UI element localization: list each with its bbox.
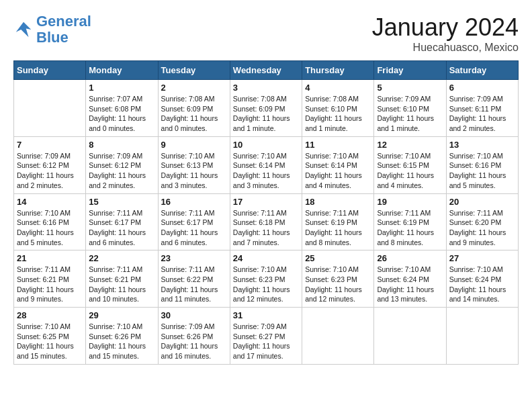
day-info: Sunrise: 7:10 AM Sunset: 6:14 PM Dayligh… bbox=[305, 151, 371, 191]
day-number: 11 bbox=[305, 140, 371, 150]
calendar-cell: 5Sunrise: 7:09 AM Sunset: 6:10 PM Daylig… bbox=[374, 80, 446, 137]
calendar-cell: 2Sunrise: 7:08 AM Sunset: 6:09 PM Daylig… bbox=[158, 80, 230, 137]
weekday-header-cell: Wednesday bbox=[230, 61, 302, 80]
day-number: 12 bbox=[377, 140, 443, 150]
day-info: Sunrise: 7:09 AM Sunset: 6:12 PM Dayligh… bbox=[89, 151, 154, 191]
calendar-week-row: 21Sunrise: 7:11 AM Sunset: 6:21 PM Dayli… bbox=[14, 250, 519, 308]
day-info: Sunrise: 7:10 AM Sunset: 6:13 PM Dayligh… bbox=[161, 151, 227, 191]
calendar-cell: 26Sunrise: 7:10 AM Sunset: 6:24 PM Dayli… bbox=[374, 250, 446, 308]
day-number: 6 bbox=[449, 83, 515, 93]
day-info: Sunrise: 7:11 AM Sunset: 6:22 PM Dayligh… bbox=[161, 265, 227, 304]
day-number: 25 bbox=[305, 253, 371, 263]
day-number: 16 bbox=[161, 197, 227, 207]
day-number: 20 bbox=[449, 197, 515, 207]
calendar-cell: 22Sunrise: 7:11 AM Sunset: 6:21 PM Dayli… bbox=[86, 250, 158, 308]
day-number: 9 bbox=[161, 140, 227, 150]
day-number: 18 bbox=[305, 197, 371, 207]
page-header: General Blue January 2024 Huecahuasco, M… bbox=[13, 13, 519, 54]
day-info: Sunrise: 7:11 AM Sunset: 6:19 PM Dayligh… bbox=[305, 208, 371, 248]
calendar-cell: 15Sunrise: 7:11 AM Sunset: 6:17 PM Dayli… bbox=[86, 193, 158, 250]
calendar-cell: 16Sunrise: 7:11 AM Sunset: 6:17 PM Dayli… bbox=[158, 193, 230, 250]
day-info: Sunrise: 7:10 AM Sunset: 6:16 PM Dayligh… bbox=[17, 208, 83, 248]
day-info: Sunrise: 7:09 AM Sunset: 6:27 PM Dayligh… bbox=[233, 322, 299, 361]
day-info: Sunrise: 7:09 AM Sunset: 6:12 PM Dayligh… bbox=[17, 151, 83, 191]
day-number: 22 bbox=[89, 253, 154, 263]
day-info: Sunrise: 7:10 AM Sunset: 6:23 PM Dayligh… bbox=[305, 265, 371, 304]
day-number: 21 bbox=[17, 253, 83, 263]
calendar-cell: 23Sunrise: 7:11 AM Sunset: 6:22 PM Dayli… bbox=[158, 250, 230, 308]
calendar-cell: 10Sunrise: 7:10 AM Sunset: 6:14 PM Dayli… bbox=[230, 136, 302, 193]
day-info: Sunrise: 7:10 AM Sunset: 6:14 PM Dayligh… bbox=[233, 151, 299, 191]
day-number: 4 bbox=[305, 83, 371, 93]
calendar-cell bbox=[374, 308, 446, 365]
day-number: 30 bbox=[161, 310, 227, 320]
day-info: Sunrise: 7:08 AM Sunset: 6:10 PM Dayligh… bbox=[305, 94, 371, 134]
day-info: Sunrise: 7:11 AM Sunset: 6:21 PM Dayligh… bbox=[89, 265, 154, 304]
day-number: 8 bbox=[89, 140, 154, 150]
calendar-cell: 8Sunrise: 7:09 AM Sunset: 6:12 PM Daylig… bbox=[86, 136, 158, 193]
weekday-header-cell: Sunday bbox=[14, 61, 86, 80]
day-info: Sunrise: 7:11 AM Sunset: 6:20 PM Dayligh… bbox=[449, 208, 515, 248]
day-number: 5 bbox=[377, 83, 443, 93]
day-info: Sunrise: 7:10 AM Sunset: 6:25 PM Dayligh… bbox=[17, 322, 83, 361]
calendar-cell: 1Sunrise: 7:07 AM Sunset: 6:08 PM Daylig… bbox=[86, 80, 158, 137]
calendar-cell: 19Sunrise: 7:11 AM Sunset: 6:19 PM Dayli… bbox=[374, 193, 446, 250]
calendar-cell: 7Sunrise: 7:09 AM Sunset: 6:12 PM Daylig… bbox=[14, 136, 86, 193]
day-info: Sunrise: 7:07 AM Sunset: 6:08 PM Dayligh… bbox=[89, 94, 154, 134]
calendar-week-row: 1Sunrise: 7:07 AM Sunset: 6:08 PM Daylig… bbox=[14, 80, 519, 137]
day-number: 3 bbox=[233, 83, 299, 93]
day-number: 14 bbox=[17, 197, 83, 207]
calendar-cell bbox=[446, 308, 518, 365]
calendar-cell bbox=[14, 80, 86, 137]
day-info: Sunrise: 7:11 AM Sunset: 6:19 PM Dayligh… bbox=[377, 208, 443, 248]
day-number: 1 bbox=[89, 83, 154, 93]
calendar-cell: 4Sunrise: 7:08 AM Sunset: 6:10 PM Daylig… bbox=[302, 80, 374, 137]
day-number: 23 bbox=[161, 253, 227, 263]
day-number: 15 bbox=[89, 197, 154, 207]
calendar-cell: 28Sunrise: 7:10 AM Sunset: 6:25 PM Dayli… bbox=[14, 308, 86, 365]
calendar-header-row: SundayMondayTuesdayWednesdayThursdayFrid… bbox=[14, 61, 519, 80]
calendar-cell: 9Sunrise: 7:10 AM Sunset: 6:13 PM Daylig… bbox=[158, 136, 230, 193]
day-info: Sunrise: 7:11 AM Sunset: 6:17 PM Dayligh… bbox=[161, 208, 227, 248]
calendar-cell: 17Sunrise: 7:11 AM Sunset: 6:18 PM Dayli… bbox=[230, 193, 302, 250]
day-number: 10 bbox=[233, 140, 299, 150]
day-number: 2 bbox=[161, 83, 227, 93]
day-info: Sunrise: 7:10 AM Sunset: 6:24 PM Dayligh… bbox=[449, 265, 515, 304]
day-info: Sunrise: 7:11 AM Sunset: 6:21 PM Dayligh… bbox=[17, 265, 83, 304]
calendar-week-row: 7Sunrise: 7:09 AM Sunset: 6:12 PM Daylig… bbox=[14, 136, 519, 193]
day-number: 27 bbox=[449, 253, 515, 263]
calendar-cell: 25Sunrise: 7:10 AM Sunset: 6:23 PM Dayli… bbox=[302, 250, 374, 308]
weekday-header-cell: Tuesday bbox=[158, 61, 230, 80]
day-number: 29 bbox=[89, 310, 154, 320]
calendar-cell: 3Sunrise: 7:08 AM Sunset: 6:09 PM Daylig… bbox=[230, 80, 302, 137]
calendar-cell: 14Sunrise: 7:10 AM Sunset: 6:16 PM Dayli… bbox=[14, 193, 86, 250]
calendar-cell: 12Sunrise: 7:10 AM Sunset: 6:15 PM Dayli… bbox=[374, 136, 446, 193]
day-info: Sunrise: 7:10 AM Sunset: 6:16 PM Dayligh… bbox=[449, 151, 515, 191]
calendar-week-row: 28Sunrise: 7:10 AM Sunset: 6:25 PM Dayli… bbox=[14, 308, 519, 365]
weekday-header-cell: Thursday bbox=[302, 61, 374, 80]
logo-icon bbox=[13, 19, 34, 40]
day-info: Sunrise: 7:10 AM Sunset: 6:23 PM Dayligh… bbox=[233, 265, 299, 304]
calendar-body: 1Sunrise: 7:07 AM Sunset: 6:08 PM Daylig… bbox=[14, 80, 519, 365]
day-number: 24 bbox=[233, 253, 299, 263]
calendar-cell: 20Sunrise: 7:11 AM Sunset: 6:20 PM Dayli… bbox=[446, 193, 518, 250]
day-number: 13 bbox=[449, 140, 515, 150]
day-info: Sunrise: 7:09 AM Sunset: 6:10 PM Dayligh… bbox=[377, 94, 443, 134]
day-info: Sunrise: 7:10 AM Sunset: 6:26 PM Dayligh… bbox=[89, 322, 154, 361]
calendar-cell: 31Sunrise: 7:09 AM Sunset: 6:27 PM Dayli… bbox=[230, 308, 302, 365]
day-info: Sunrise: 7:08 AM Sunset: 6:09 PM Dayligh… bbox=[233, 94, 299, 134]
calendar-cell: 13Sunrise: 7:10 AM Sunset: 6:16 PM Dayli… bbox=[446, 136, 518, 193]
svg-marker-0 bbox=[16, 22, 32, 38]
logo-text: General Blue bbox=[36, 13, 91, 46]
day-number: 7 bbox=[17, 140, 83, 150]
day-info: Sunrise: 7:09 AM Sunset: 6:26 PM Dayligh… bbox=[161, 322, 227, 361]
calendar-cell: 24Sunrise: 7:10 AM Sunset: 6:23 PM Dayli… bbox=[230, 250, 302, 308]
day-number: 26 bbox=[377, 253, 443, 263]
calendar-week-row: 14Sunrise: 7:10 AM Sunset: 6:16 PM Dayli… bbox=[14, 193, 519, 250]
weekday-header-cell: Friday bbox=[374, 61, 446, 80]
day-info: Sunrise: 7:08 AM Sunset: 6:09 PM Dayligh… bbox=[161, 94, 227, 134]
day-info: Sunrise: 7:10 AM Sunset: 6:15 PM Dayligh… bbox=[377, 151, 443, 191]
day-info: Sunrise: 7:09 AM Sunset: 6:11 PM Dayligh… bbox=[449, 94, 515, 134]
day-info: Sunrise: 7:11 AM Sunset: 6:18 PM Dayligh… bbox=[233, 208, 299, 248]
calendar-table: SundayMondayTuesdayWednesdayThursdayFrid… bbox=[13, 60, 519, 365]
